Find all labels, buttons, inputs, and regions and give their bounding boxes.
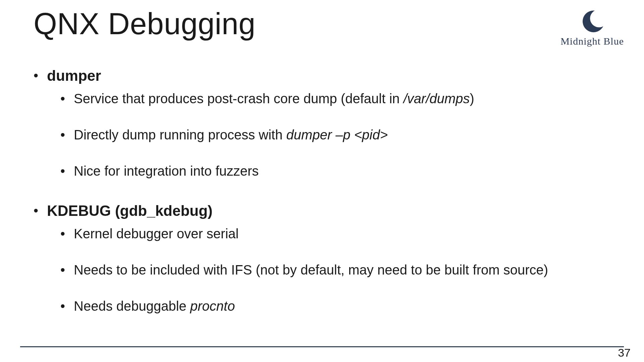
moon-icon [579,9,606,34]
bullet-italic: dumper –p <pid> [286,127,388,142]
bullet-text: Needs debuggable [74,299,190,313]
bullet-text: Needs to be included with IFS (not by de… [74,262,548,277]
bullet-item: Needs debuggable procnto [60,298,610,314]
bullet-text: Nice for integration into fuzzers [74,164,259,178]
slide-body: dumper Service that produces post-crash … [34,67,610,334]
brand-logo: Midnight Blue [560,9,624,47]
bullet-item: Directly dump running process with dumpe… [60,126,610,143]
section-heading: dumper [47,67,610,85]
bullet-italic: /var/dumps [404,91,470,106]
brand-logo-text: Midnight Blue [560,36,624,47]
bullet-text: Directly dump running process with [74,127,286,142]
section-heading: KDEBUG (gdb_kdebug) [47,202,610,220]
bullet-item: Kernel debugger over serial [60,225,610,242]
page-number: 37 [618,346,631,359]
bullet-text: Kernel debugger over serial [74,226,238,241]
section-dumper: dumper Service that produces post-crash … [34,67,610,179]
bullet-text: Service that produces post-crash core du… [74,91,404,106]
footer-rule [20,346,624,347]
bullet-item: Needs to be included with IFS (not by de… [60,261,610,278]
bullet-suffix: ) [470,91,474,106]
section-kdebug: KDEBUG (gdb_kdebug) Kernel debugger over… [34,202,610,314]
bullet-item: Service that produces post-crash core du… [60,90,610,107]
slide-title: QNX Debugging [34,7,256,41]
bullet-item: Nice for integration into fuzzers [60,163,610,179]
bullet-italic: procnto [190,299,235,313]
slide: QNX Debugging Midnight Blue dumper Servi… [0,0,644,362]
